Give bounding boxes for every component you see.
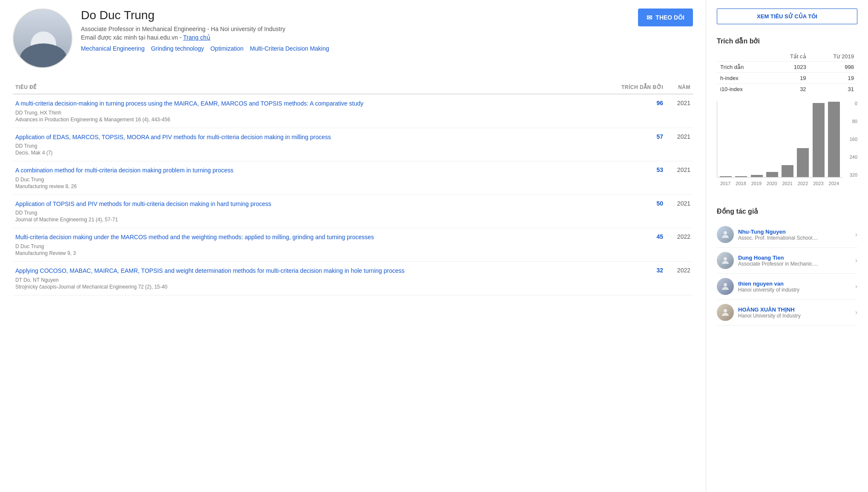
chart-y-labels: 320240160800	[842, 101, 857, 177]
coauthor-role: Hanoi university of industry	[738, 287, 855, 293]
chevron-right-icon: ›	[855, 231, 857, 238]
follow-button[interactable]: ✉ THEO DÕI	[638, 9, 693, 26]
pub-citations[interactable]: 50	[596, 195, 666, 228]
coauthor-role: Hanoi University of Industry	[738, 313, 855, 319]
coauthors-title: Đồng tác giả	[717, 207, 857, 215]
coauthor-name: thien nguyen van	[738, 280, 855, 287]
bar-year-label: 2022	[796, 181, 809, 186]
bar	[782, 165, 793, 177]
table-row: Application of TOPSIS and PIV methods fo…	[13, 195, 693, 228]
citations-row-all: 32	[770, 84, 810, 95]
pub-authors: DD Trung	[15, 143, 594, 149]
tag-grinding-technology[interactable]: Grinding technology	[151, 45, 204, 52]
pub-authors: DD Trung, HX Thinh	[15, 110, 594, 116]
pub-title-link[interactable]: Application of EDAS, MARCOS, TOPSIS, MOO…	[15, 133, 594, 142]
pub-citations[interactable]: 53	[596, 161, 666, 195]
y-axis-label: 320	[846, 172, 857, 177]
coauthors-section: Đồng tác giả Nhu-Tung Nguyen Assoc. Prof…	[717, 207, 857, 326]
pub-title-link[interactable]: Applying COCOSO, MABAC, MAIRCA, EAMR, TO…	[15, 267, 594, 275]
citations-row-from2019: 31	[810, 84, 857, 95]
profile-title: Associate Professor in Mechanical Engine…	[81, 26, 629, 32]
pub-title-link[interactable]: Multi-criteria decision making under the…	[15, 233, 594, 242]
pub-journal: Journal of Machine Engineering 21 (4), 5…	[15, 217, 594, 223]
bar-year-label: 2018	[734, 181, 747, 186]
avatar-image	[14, 9, 72, 68]
bar-group	[735, 176, 747, 177]
citations-header-from2019: Từ 2019	[810, 51, 857, 62]
chart-bars-area: 20172018201920202021202220232024	[717, 101, 842, 186]
bar-group	[766, 172, 779, 177]
chevron-right-icon: ›	[855, 283, 857, 290]
list-item[interactable]: Dung Hoang Tien Associate Professor in M…	[717, 248, 857, 274]
table-row: Applying COCOSO, MABAC, MAIRCA, EAMR, TO…	[13, 261, 693, 295]
chevron-right-icon: ›	[855, 309, 857, 316]
title-column-header: TIÊU ĐỀ	[13, 81, 596, 94]
citations-row: Trích dẫn 1023 998	[717, 62, 857, 73]
bar-year-label: 2023	[812, 181, 825, 186]
bar-group	[781, 165, 794, 177]
pub-citations[interactable]: 45	[596, 228, 666, 262]
bar-year-label: 2024	[828, 181, 840, 186]
pub-citations[interactable]: 57	[596, 128, 666, 161]
y-axis-label: 240	[846, 154, 857, 160]
pub-journal: Manufacturing Review 9, 3	[15, 250, 594, 256]
profile-name: Do Duc Trung	[81, 9, 629, 22]
list-item[interactable]: HOÀNG XUÂN THỊNH Hanoi University of Ind…	[717, 300, 857, 326]
right-sidebar: XEM TIÊU SỬ CỦA TÔI Trích dẫn bởi Tất cả…	[706, 0, 868, 492]
follow-button-label: THEO DÕI	[655, 14, 684, 21]
coauthor-info: thien nguyen van Hanoi university of ind…	[738, 280, 855, 293]
pub-year: 2021	[666, 195, 693, 228]
pub-journal: Manufacturing review 8, 26	[15, 183, 594, 189]
publications-table: TIÊU ĐỀ TRÍCH DẪN BỞI NĂM A multi-criter…	[13, 81, 693, 295]
bar	[735, 176, 747, 177]
svg-point-2	[724, 283, 727, 286]
citations-header-label	[717, 51, 770, 62]
bar	[766, 172, 778, 177]
bar	[797, 148, 809, 177]
avatar	[13, 9, 72, 68]
bar-group	[812, 103, 825, 177]
coauthor-info: Dung Hoang Tien Associate Professor in M…	[738, 255, 855, 267]
homepage-link[interactable]: Trang chủ	[183, 34, 210, 41]
bar-group	[750, 175, 763, 177]
profile-tags: Mechanical Engineering Grinding technolo…	[81, 45, 629, 52]
pub-title-link[interactable]: Application of TOPSIS and PIV methods fo…	[15, 200, 594, 209]
bar-group	[796, 148, 809, 177]
citations-row: i10-index 32 31	[717, 84, 857, 95]
coauthor-role: Associate Professor in Mechanic....	[738, 261, 855, 267]
pub-authors: DT Do, NT Nguyen	[15, 277, 594, 283]
coauthor-avatar	[717, 278, 734, 295]
citations-row-label: Trích dẫn	[717, 62, 770, 73]
pub-title-link[interactable]: A combination method for multi-criteria …	[15, 166, 594, 175]
svg-point-1	[724, 257, 727, 260]
tag-optimization[interactable]: Optimization	[210, 45, 244, 52]
pub-citations[interactable]: 32	[596, 261, 666, 295]
coauthor-name: Nhu-Tung Nguyen	[738, 229, 855, 235]
tag-mechanical-engineering[interactable]: Mechanical Engineering	[81, 45, 144, 52]
table-row: Multi-criteria decision making under the…	[13, 228, 693, 262]
chart-bars	[717, 101, 842, 177]
table-row: A multi-criteria decision-making in turn…	[13, 94, 693, 128]
mail-icon: ✉	[647, 14, 652, 22]
list-item[interactable]: Nhu-Tung Nguyen Assoc. Prof. Internation…	[717, 222, 857, 248]
pub-title-link[interactable]: A multi-criteria decision-making in turn…	[15, 100, 594, 108]
citations-table: Tất cả Từ 2019 Trích dẫn 1023 998 h-inde…	[717, 51, 857, 94]
view-profile-button[interactable]: XEM TIÊU SỬ CỦA TÔI	[717, 9, 857, 24]
tag-mcdm[interactable]: Multi-Criteria Decision Making	[250, 45, 329, 52]
profile-info: Do Duc Trung Associate Professor in Mech…	[81, 9, 629, 52]
citations-title: Trích dẫn bởi	[717, 37, 857, 45]
bar	[720, 176, 732, 177]
coauthor-info: Nhu-Tung Nguyen Assoc. Prof. Internation…	[738, 229, 855, 241]
citations-row-from2019: 19	[810, 73, 857, 84]
pub-citations[interactable]: 96	[596, 94, 666, 128]
citations-row: h-index 19 19	[717, 73, 857, 84]
bar-year-label: 2021	[781, 181, 794, 186]
citations-row-all: 19	[770, 73, 810, 84]
list-item[interactable]: thien nguyen van Hanoi university of ind…	[717, 274, 857, 300]
coauthor-info: HOÀNG XUÂN THỊNH Hanoi University of Ind…	[738, 306, 855, 319]
bar-year-label: 2019	[750, 181, 763, 186]
bar	[751, 175, 763, 177]
y-axis-label: 160	[846, 137, 857, 142]
y-axis-label: 0	[846, 101, 857, 106]
pub-year: 2021	[666, 94, 693, 128]
